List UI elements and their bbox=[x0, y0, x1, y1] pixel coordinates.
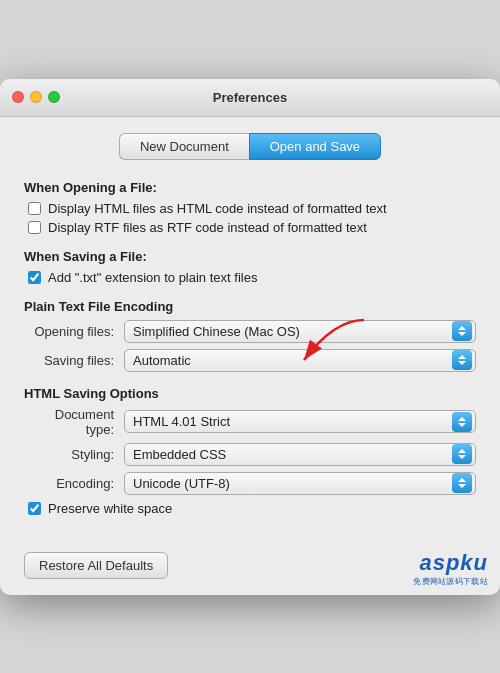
checkbox-preserve-ws-label: Preserve white space bbox=[48, 501, 172, 516]
section-when-opening: When Opening a File: bbox=[24, 180, 476, 195]
checkbox-row-rtf: Display RTF files as RTF code instead of… bbox=[24, 220, 476, 235]
encoding-wrapper: Unicode (UTF-8) Simplified Chinese (Mac … bbox=[124, 472, 476, 495]
form-row-opening: Opening files: Simplified Chinese (Mac O… bbox=[24, 320, 476, 343]
close-button[interactable] bbox=[12, 91, 24, 103]
form-row-styling: Styling: Embedded CSS Inline CSS No CSS bbox=[24, 443, 476, 466]
watermark-main: aspku bbox=[413, 550, 488, 576]
doctype-label: Document type: bbox=[24, 407, 124, 437]
tab-new-document[interactable]: New Document bbox=[119, 133, 249, 160]
form-row-saving: Saving files: Automatic Unicode (UTF-8) … bbox=[24, 349, 476, 372]
titlebar: Preferences bbox=[0, 79, 500, 117]
saving-files-wrapper: Automatic Unicode (UTF-8) Simplified Chi… bbox=[124, 349, 476, 372]
checkbox-rtf-label: Display RTF files as RTF code instead of… bbox=[48, 220, 367, 235]
saving-files-label: Saving files: bbox=[24, 353, 124, 368]
window-title: Preferences bbox=[213, 90, 287, 105]
checkbox-row-txt: Add ".txt" extension to plain text files bbox=[24, 270, 476, 285]
checkbox-row-preserve-ws: Preserve white space bbox=[24, 501, 476, 516]
styling-wrapper: Embedded CSS Inline CSS No CSS bbox=[124, 443, 476, 466]
section-when-saving: When Saving a File: bbox=[24, 249, 476, 264]
tab-bar: New Document Open and Save bbox=[24, 133, 476, 160]
form-row-doctype: Document type: HTML 4.01 Strict HTML 5 X… bbox=[24, 407, 476, 437]
maximize-button[interactable] bbox=[48, 91, 60, 103]
checkbox-html-code[interactable] bbox=[28, 202, 41, 215]
opening-files-label: Opening files: bbox=[24, 324, 124, 339]
styling-label: Styling: bbox=[24, 447, 124, 462]
doctype-select[interactable]: HTML 4.01 Strict HTML 5 XHTML 1.0 Strict bbox=[124, 410, 476, 433]
plain-text-fields: Opening files: Simplified Chinese (Mac O… bbox=[24, 320, 476, 372]
encoding-select[interactable]: Unicode (UTF-8) Simplified Chinese (Mac … bbox=[124, 472, 476, 495]
tab-open-and-save[interactable]: Open and Save bbox=[249, 133, 381, 160]
form-row-encoding: Encoding: Unicode (UTF-8) Simplified Chi… bbox=[24, 472, 476, 495]
traffic-lights bbox=[12, 91, 60, 103]
main-content: New Document Open and Save When Opening … bbox=[0, 117, 500, 540]
checkbox-row-html: Display HTML files as HTML code instead … bbox=[24, 201, 476, 216]
encoding-label: Encoding: bbox=[24, 476, 124, 491]
watermark: aspku 免费网站源码下载站 bbox=[413, 550, 488, 587]
checkbox-rtf-code[interactable] bbox=[28, 221, 41, 234]
preferences-window: Preferences New Document Open and Save W… bbox=[0, 79, 500, 595]
checkbox-txt-ext[interactable] bbox=[28, 271, 41, 284]
saving-files-select[interactable]: Automatic Unicode (UTF-8) Simplified Chi… bbox=[124, 349, 476, 372]
styling-select[interactable]: Embedded CSS Inline CSS No CSS bbox=[124, 443, 476, 466]
opening-files-select[interactable]: Simplified Chinese (Mac OS) Unicode (UTF… bbox=[124, 320, 476, 343]
section-plain-text: Plain Text File Encoding bbox=[24, 299, 476, 314]
checkbox-html-label: Display HTML files as HTML code instead … bbox=[48, 201, 387, 216]
watermark-sub: 免费网站源码下载站 bbox=[413, 576, 488, 587]
opening-files-wrapper: Simplified Chinese (Mac OS) Unicode (UTF… bbox=[124, 320, 476, 343]
minimize-button[interactable] bbox=[30, 91, 42, 103]
doctype-wrapper: HTML 4.01 Strict HTML 5 XHTML 1.0 Strict bbox=[124, 410, 476, 433]
checkbox-txt-label: Add ".txt" extension to plain text files bbox=[48, 270, 257, 285]
checkbox-preserve-ws[interactable] bbox=[28, 502, 41, 515]
section-html-saving: HTML Saving Options bbox=[24, 386, 476, 401]
restore-defaults-button[interactable]: Restore All Defaults bbox=[24, 552, 168, 579]
